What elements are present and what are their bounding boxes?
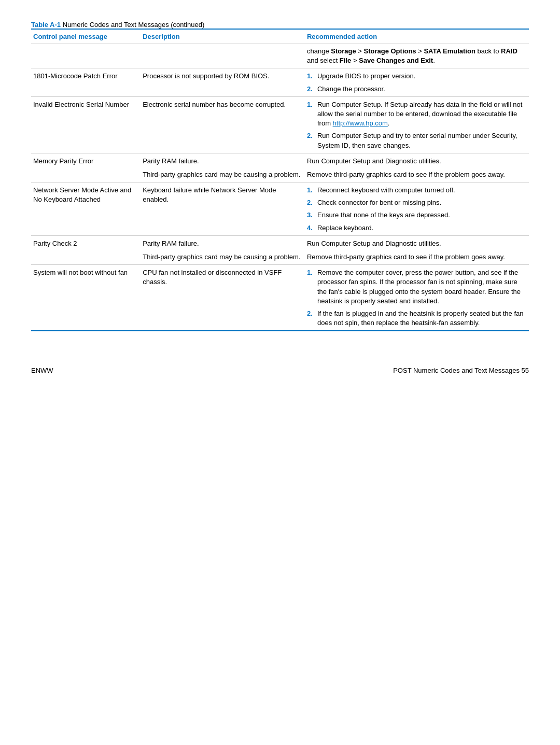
table-row: Third-party graphics card may be causing… bbox=[31, 168, 529, 182]
table-row: 1801-Microcode Patch Error Processor is … bbox=[31, 68, 529, 96]
action-num: 1. bbox=[307, 100, 315, 129]
cell-desc: Parity RAM failure. bbox=[141, 235, 305, 251]
cell-desc: Third-party graphics card may be causing… bbox=[141, 251, 305, 265]
table-row: change Storage > Storage Options > SATA … bbox=[31, 44, 529, 68]
cell-control bbox=[31, 168, 141, 182]
cell-control: Memory Parity Error bbox=[31, 153, 141, 168]
action-text: Change the processor. bbox=[317, 85, 525, 94]
cell-action: 1. Upgrade BIOS to proper version. 2. Ch… bbox=[305, 68, 529, 96]
cell-action: Run Computer Setup and Diagnostic utilit… bbox=[305, 153, 529, 168]
action-num: 2. bbox=[307, 198, 315, 207]
cell-control: Parity Check 2 bbox=[31, 235, 141, 251]
table-row: Parity Check 2 Parity RAM failure. Run C… bbox=[31, 235, 529, 251]
cell-action: change Storage > Storage Options > SATA … bbox=[305, 44, 529, 68]
cell-desc: Parity RAM failure. bbox=[141, 153, 305, 168]
header-description: Description bbox=[141, 29, 305, 44]
action-num: 3. bbox=[307, 210, 315, 220]
action-text: Upgrade BIOS to proper version. bbox=[317, 72, 525, 81]
table-row: Memory Parity Error Parity RAM failure. … bbox=[31, 153, 529, 168]
action-text: Check connector for bent or missing pins… bbox=[317, 198, 525, 207]
table-label: Table A-1 bbox=[31, 21, 61, 29]
data-table: Control panel message Description Recomm… bbox=[31, 29, 529, 331]
header-action: Recommended action bbox=[305, 29, 529, 44]
cell-action: Remove third-party graphics card to see … bbox=[305, 168, 529, 182]
action-num: 2. bbox=[307, 131, 315, 150]
cell-action: Remove third-party graphics card to see … bbox=[305, 251, 529, 265]
action-num: 4. bbox=[307, 223, 315, 233]
header-control: Control panel message bbox=[31, 29, 141, 44]
cell-action: 1. Run Computer Setup. If Setup already … bbox=[305, 96, 529, 153]
footer-left: ENWW bbox=[31, 367, 53, 374]
table-title: Table A-1 Numeric Codes and Text Message… bbox=[31, 21, 529, 29]
cell-control: System will not boot without fan bbox=[31, 265, 141, 331]
cell-control: Invalid Electronic Serial Number bbox=[31, 96, 141, 153]
action-num: 2. bbox=[307, 85, 315, 94]
action-num: 1. bbox=[307, 186, 315, 195]
page-footer: ENWW POST Numeric Codes and Text Message… bbox=[31, 362, 529, 374]
cell-desc: Electronic serial number has become corr… bbox=[141, 96, 305, 153]
footer-right: POST Numeric Codes and Text Messages 55 bbox=[393, 367, 529, 374]
cell-action: Run Computer Setup and Diagnostic utilit… bbox=[305, 235, 529, 251]
action-text: Replace keyboard. bbox=[317, 223, 525, 233]
cell-action: 1. Remove the computer cover, press the … bbox=[305, 265, 529, 331]
action-text: Ensure that none of the keys are depress… bbox=[317, 210, 525, 220]
action-text: Reconnect keyboard with computer turned … bbox=[317, 186, 525, 195]
table-row: Network Server Mode Active and No Keyboa… bbox=[31, 182, 529, 236]
cell-desc: Third-party graphics card may be causing… bbox=[141, 168, 305, 182]
cell-control bbox=[31, 251, 141, 265]
action-num: 2. bbox=[307, 309, 315, 328]
cell-desc bbox=[141, 44, 305, 68]
action-text: If the fan is plugged in and the heatsin… bbox=[317, 309, 525, 328]
hp-link[interactable]: http://www.hp.com bbox=[333, 119, 388, 127]
cell-action: 1. Reconnect keyboard with computer turn… bbox=[305, 182, 529, 236]
table-row: Invalid Electronic Serial Number Electro… bbox=[31, 96, 529, 153]
cell-control: Network Server Mode Active and No Keyboa… bbox=[31, 182, 141, 236]
action-text: Run Computer Setup and try to enter seri… bbox=[317, 131, 525, 150]
cell-desc: CPU fan not installed or disconnected in… bbox=[141, 265, 305, 331]
cell-control: 1801-Microcode Patch Error bbox=[31, 68, 141, 96]
cell-control bbox=[31, 44, 141, 68]
action-text: Remove the computer cover, press the pow… bbox=[317, 268, 525, 306]
table-row: Third-party graphics card may be causing… bbox=[31, 251, 529, 265]
cell-desc: Keyboard failure while Network Server Mo… bbox=[141, 182, 305, 236]
action-text: Run Computer Setup. If Setup already has… bbox=[317, 100, 525, 129]
table-row: System will not boot without fan CPU fan… bbox=[31, 265, 529, 331]
action-num: 1. bbox=[307, 268, 315, 306]
action-num: 1. bbox=[307, 72, 315, 81]
table-title-text: Numeric Codes and Text Messages (continu… bbox=[63, 21, 205, 29]
cell-desc: Processor is not supported by ROM BIOS. bbox=[141, 68, 305, 96]
